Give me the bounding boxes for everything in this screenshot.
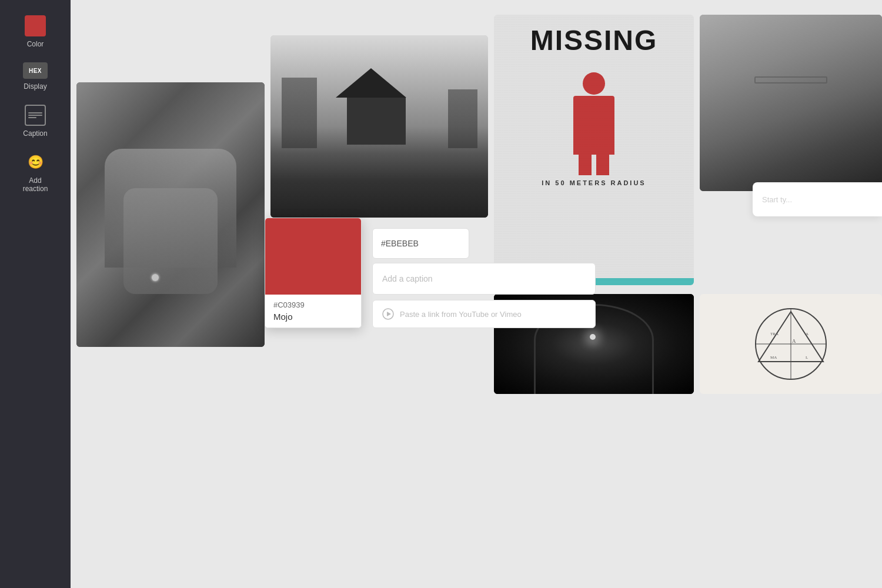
caption-line-2 xyxy=(28,115,42,116)
hex-display-value: #EBEBEB xyxy=(381,239,419,248)
missing-visual: MISSING IN 50 METERS RADIUS xyxy=(494,15,694,285)
caption-icon xyxy=(25,105,46,126)
hex-display-box: #EBEBEB xyxy=(372,228,469,259)
sidebar-caption-label: Caption xyxy=(23,129,47,138)
sidebar-add-reaction-label: Add reaction xyxy=(16,176,55,193)
missing-figure xyxy=(567,72,620,172)
color-card-info: #C03939 Mojo xyxy=(265,295,361,328)
sidebar: Color HEX Display Caption 😊 Add reaction xyxy=(0,0,71,588)
reaction-icon: 😊 xyxy=(25,152,46,173)
house-visual xyxy=(270,35,488,218)
sidebar-item-caption[interactable]: Caption xyxy=(9,99,62,143)
start-typing-text: Start ty... xyxy=(762,195,792,204)
caption-input-placeholder: Add a caption xyxy=(382,274,433,283)
video-link-placeholder: Paste a link from YouTube or Vimeo xyxy=(400,310,522,319)
symbol-svg: A TRA A MA L xyxy=(750,303,832,385)
main-content: MISSING IN 50 METERS RADIUS xyxy=(71,0,882,588)
svg-text:A: A xyxy=(806,332,808,336)
sidebar-color-label: Color xyxy=(27,40,44,48)
color-swatch-icon xyxy=(25,15,46,36)
color-card-name: Mojo xyxy=(273,312,353,322)
color-card: #C03939 Mojo xyxy=(265,218,362,328)
missing-figure-container xyxy=(567,72,620,172)
sidebar-item-color[interactable]: Color xyxy=(9,9,62,54)
symbol-visual: A TRA A MA L xyxy=(700,294,882,394)
video-link-box[interactable]: Paste a link from YouTube or Vimeo xyxy=(372,300,596,328)
missing-title: MISSING xyxy=(530,26,658,55)
svg-text:MA: MA xyxy=(770,355,777,360)
hex-badge-icon: HEX xyxy=(23,62,48,79)
hands-visual xyxy=(76,82,265,347)
caption-line-1 xyxy=(28,112,42,113)
image-hands xyxy=(76,82,265,347)
image-missing: MISSING IN 50 METERS RADIUS xyxy=(494,15,694,285)
image-house xyxy=(270,35,488,218)
missing-subtitle: IN 50 METERS RADIUS xyxy=(542,179,646,186)
svg-text:A: A xyxy=(792,338,796,344)
color-card-swatch xyxy=(265,218,361,295)
color-card-hex-value: #C03939 xyxy=(273,300,353,309)
caption-icon-lines xyxy=(28,112,42,118)
play-icon xyxy=(382,308,394,320)
svg-text:TRA: TRA xyxy=(770,332,779,336)
sidebar-display-label: Display xyxy=(24,82,46,91)
sidebar-item-display[interactable]: HEX Display xyxy=(9,56,62,96)
image-symbol: A TRA A MA L xyxy=(700,294,882,394)
start-typing-panel[interactable]: Start ty... xyxy=(753,182,882,216)
color-picker-popup[interactable]: #C03939 Mojo xyxy=(265,218,362,328)
svg-text:L: L xyxy=(806,355,808,360)
image-man xyxy=(700,15,882,191)
caption-line-3 xyxy=(28,117,36,118)
svg-marker-10 xyxy=(387,312,391,316)
caption-input-box[interactable]: Add a caption xyxy=(372,263,596,295)
man-visual xyxy=(700,15,882,191)
sidebar-item-add-reaction[interactable]: 😊 Add reaction xyxy=(9,146,62,199)
